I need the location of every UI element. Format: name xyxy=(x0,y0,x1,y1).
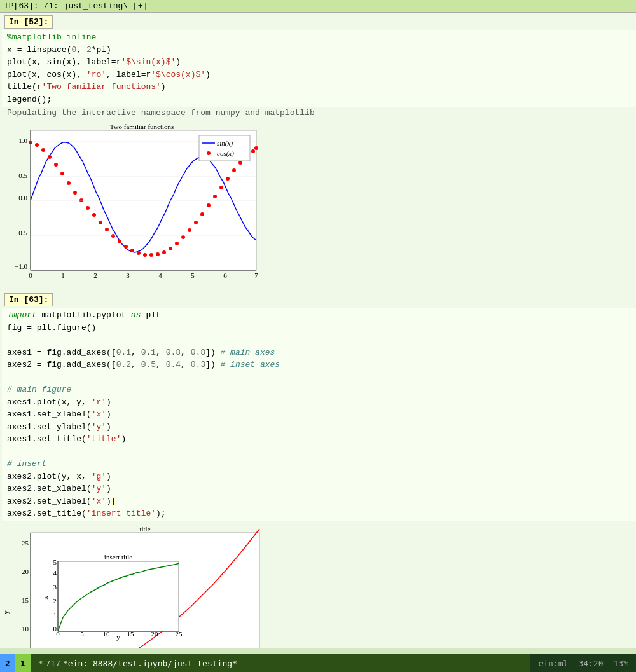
svg-text:25: 25 xyxy=(22,539,29,547)
svg-point-33 xyxy=(149,253,153,257)
svg-text:−0.5: −0.5 xyxy=(15,229,27,237)
svg-text:−1.0: −1.0 xyxy=(15,263,27,270)
status-percent: 13% xyxy=(614,659,628,668)
svg-text:0.5: 0.5 xyxy=(18,172,27,179)
title-bar: IP[63]: /1: just_testing\ [+] xyxy=(0,0,636,13)
svg-point-28 xyxy=(118,240,121,243)
svg-text:4: 4 xyxy=(53,569,57,577)
svg-point-50 xyxy=(254,146,258,150)
svg-point-16 xyxy=(41,148,45,152)
svg-text:1.0: 1.0 xyxy=(18,137,27,144)
svg-point-23 xyxy=(86,206,90,210)
svg-point-27 xyxy=(111,234,115,238)
cell-1: In [52]: %matplotlib inline x = linspace… xyxy=(0,13,636,285)
chart-2-inset-ylabel: x xyxy=(41,595,49,599)
svg-point-15 xyxy=(35,143,39,147)
chart-1-svg: Two familiar functions 1.0 0.5 0.0 −0.5 … xyxy=(2,124,269,283)
svg-text:15: 15 xyxy=(22,596,29,604)
cell-2-label[interactable]: In [63]: xyxy=(4,293,53,306)
svg-point-35 xyxy=(162,250,166,254)
status-mode-label: ein:ml xyxy=(538,659,568,668)
svg-text:5: 5 xyxy=(53,558,57,566)
svg-text:2: 2 xyxy=(93,271,97,279)
svg-point-41 xyxy=(200,212,204,216)
svg-point-32 xyxy=(143,253,147,257)
svg-point-18 xyxy=(54,163,58,167)
svg-point-45 xyxy=(226,177,230,181)
chart-2-main-title: title xyxy=(139,526,150,533)
status-mode-normal: 2 xyxy=(0,654,15,672)
svg-point-42 xyxy=(207,203,211,207)
chart-2-inset-xlabel: y xyxy=(116,633,120,641)
svg-point-21 xyxy=(73,191,77,195)
svg-text:3: 3 xyxy=(126,271,130,279)
chart-2-inset-title: insert title xyxy=(104,553,132,561)
status-indicator: * xyxy=(38,659,43,668)
svg-point-31 xyxy=(137,251,141,255)
svg-text:0: 0 xyxy=(29,271,32,279)
chart-1-container: Two familiar functions 1.0 0.5 0.0 −0.5 … xyxy=(2,124,636,285)
svg-rect-75 xyxy=(58,561,179,631)
svg-point-38 xyxy=(181,235,185,239)
chart-1-title: Two familiar functions xyxy=(110,124,174,130)
svg-point-26 xyxy=(105,228,109,231)
svg-point-29 xyxy=(124,245,128,249)
svg-text:3: 3 xyxy=(53,583,57,591)
status-mode-insert: 1 xyxy=(15,654,31,672)
svg-text:5: 5 xyxy=(191,271,195,279)
svg-text:1: 1 xyxy=(53,611,57,619)
svg-point-43 xyxy=(213,195,217,198)
svg-point-24 xyxy=(92,213,96,217)
svg-point-44 xyxy=(219,186,223,189)
svg-point-40 xyxy=(194,221,198,224)
cell-2: In [63]: import matplotlib.pyplot as plt… xyxy=(0,291,636,648)
svg-text:1: 1 xyxy=(61,271,65,279)
svg-point-47 xyxy=(238,161,242,165)
svg-point-20 xyxy=(67,181,71,185)
svg-point-36 xyxy=(169,247,172,250)
legend-cos-label: cos(x) xyxy=(217,149,234,158)
svg-point-46 xyxy=(232,168,236,172)
svg-point-49 xyxy=(251,149,255,153)
svg-point-19 xyxy=(60,172,64,175)
svg-point-59 xyxy=(207,151,211,155)
cell-1-output: Populating the interactive namespace fro… xyxy=(2,107,636,119)
svg-point-30 xyxy=(130,249,134,252)
status-filename[interactable]: *ein: 8888/test.ipynb/just_testing* xyxy=(63,659,237,668)
status-right-section: ein:ml 34:20 13% xyxy=(530,654,636,672)
svg-point-17 xyxy=(48,155,52,159)
cell-2-code[interactable]: import matplotlib.pyplot as plt fig = pl… xyxy=(2,308,636,521)
chart-2-ylabel: y xyxy=(2,610,10,614)
cell-1-label[interactable]: In [52]: xyxy=(4,15,53,29)
svg-text:7: 7 xyxy=(254,271,258,279)
chart-2-svg: title y x 0 5 10 15 20 25 0 1 2 xyxy=(2,526,269,648)
legend-sin-label: sin(x) xyxy=(217,139,233,147)
svg-text:20: 20 xyxy=(22,568,29,575)
chart-2-container: title y x 0 5 10 15 20 25 0 1 2 xyxy=(2,526,636,648)
cell-1-code[interactable]: %matplotlib inline x = linspace(0, 2*pi)… xyxy=(2,30,636,107)
status-file-info: * 717 *ein: 8888/test.ipynb/just_testing… xyxy=(31,654,531,672)
svg-point-25 xyxy=(99,221,102,224)
svg-text:6: 6 xyxy=(223,271,227,279)
status-bar: 2 1 * 717 *ein: 8888/test.ipynb/just_tes… xyxy=(0,654,636,672)
svg-text:2: 2 xyxy=(53,597,57,605)
svg-text:4: 4 xyxy=(158,271,162,279)
status-position: 34:20 xyxy=(578,659,603,668)
content-area: In [52]: %matplotlib inline x = linspace… xyxy=(0,13,636,648)
svg-text:10: 10 xyxy=(22,625,29,633)
title-text: IP[63]: /1: just_testing\ [+] xyxy=(4,1,148,11)
svg-point-39 xyxy=(188,228,191,232)
svg-point-34 xyxy=(156,252,160,256)
svg-point-37 xyxy=(175,242,179,245)
svg-text:0.0: 0.0 xyxy=(18,194,27,202)
status-number: 717 xyxy=(45,659,60,668)
